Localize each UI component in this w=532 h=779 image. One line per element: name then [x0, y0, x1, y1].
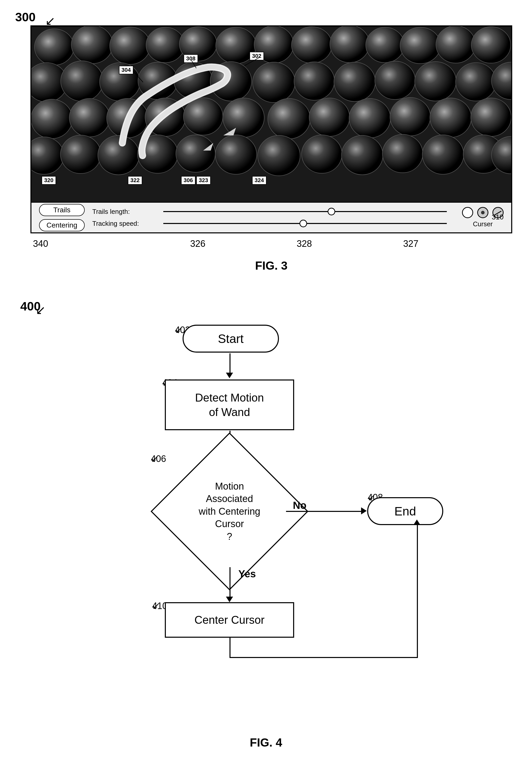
svg-point-28: [69, 99, 110, 137]
svg-point-43: [176, 135, 215, 172]
arrowhead-center-up: [413, 520, 420, 525]
svg-point-9: [330, 26, 369, 63]
trails-length-label: Trails length:: [92, 208, 158, 216]
ref-306: 306: [181, 176, 196, 185]
end-node: End: [367, 497, 443, 525]
tracking-speed-row: Tracking speed:: [92, 220, 447, 228]
svg-point-25: [456, 63, 496, 101]
svg-point-46: [302, 135, 342, 173]
arrowhead-no: [361, 507, 367, 515]
ref-304: 304: [119, 66, 133, 74]
detect-node: Detect Motion of Wand: [165, 379, 294, 430]
tracking-speed-thumb[interactable]: [300, 220, 307, 227]
ref-324: 324: [252, 176, 267, 185]
cursor-icon-empty[interactable]: [462, 207, 473, 218]
fig4-arrow: ↙: [36, 303, 46, 317]
svg-point-13: [471, 26, 511, 63]
svg-point-38: [471, 98, 511, 136]
svg-point-36: [390, 98, 430, 136]
trails-length-row: Trails length:: [92, 208, 447, 216]
ref-320: 320: [42, 176, 56, 185]
fig3-frame: 302 304 308 320 322 306 323 324 Trails C…: [30, 25, 512, 233]
trails-length-slider[interactable]: [163, 211, 447, 212]
ref-310: 310: [492, 213, 504, 221]
svg-point-49: [422, 135, 464, 174]
svg-point-41: [98, 135, 139, 175]
start-node: Start: [183, 325, 279, 353]
centering-button[interactable]: Centering: [39, 219, 85, 231]
svg-point-20: [253, 62, 295, 103]
svg-point-48: [382, 134, 423, 173]
svg-point-35: [349, 99, 391, 138]
arrow-center-right: [229, 657, 418, 658]
center-cursor-node: Center Cursor: [165, 602, 294, 638]
ref-323: 323: [196, 176, 211, 185]
svg-point-27: [31, 99, 72, 138]
arrow-center-down: [229, 638, 230, 658]
arrow-center-up: [417, 525, 418, 658]
svg-point-22: [334, 62, 375, 102]
svg-point-8: [291, 26, 332, 63]
tracking-speed-label: Tracking speed:: [92, 220, 158, 228]
control-bar: Trails Centering Trails length: Tracking…: [31, 202, 511, 232]
svg-point-40: [61, 135, 101, 174]
trails-button[interactable]: Trails: [39, 204, 85, 216]
control-col-left: Trails Centering: [39, 204, 85, 231]
ref-308: 308: [184, 54, 198, 63]
svg-point-4: [146, 27, 184, 62]
ref-402-label: 402↙: [175, 325, 183, 335]
svg-point-1: [35, 29, 74, 65]
svg-point-32: [223, 98, 264, 137]
cursor-label: Curser: [473, 220, 493, 228]
control-sliders: Trails length: Tracking speed:: [92, 208, 447, 228]
fig3-ref-300: 300: [15, 10, 36, 24]
trails-length-thumb[interactable]: [328, 208, 335, 215]
ref-410-label: 410↙: [152, 601, 160, 611]
svg-point-10: [365, 27, 404, 62]
arrow-start-detect: [229, 353, 230, 374]
label-326: 326: [190, 238, 205, 249]
tracking-speed-slider[interactable]: [163, 223, 447, 224]
svg-point-34: [309, 98, 349, 136]
svg-point-31: [183, 98, 223, 135]
svg-point-24: [415, 62, 456, 101]
svg-point-47: [342, 135, 383, 175]
svg-point-45: [258, 135, 300, 176]
blobs-background: [31, 26, 511, 204]
cursor-icon-dot[interactable]: [477, 207, 488, 218]
fig3-below-labels: 340 326 328 327: [30, 238, 512, 249]
label-327: 327: [403, 238, 418, 249]
diamond-node: Motion Associated with Centering Cursor …: [174, 456, 285, 567]
label-340: 340: [33, 238, 48, 249]
svg-point-33: [268, 99, 310, 139]
svg-point-2: [71, 26, 113, 64]
ref-406-label: 406↙: [151, 454, 158, 464]
arrowhead-yes: [226, 597, 233, 602]
svg-point-12: [436, 26, 475, 63]
label-no: No: [293, 500, 306, 511]
svg-point-23: [375, 61, 415, 100]
svg-point-3: [110, 27, 150, 64]
arrowhead-start-detect: [226, 373, 233, 378]
ref-322: 322: [128, 176, 142, 185]
svg-point-15: [61, 61, 103, 101]
fig4-caption: FIG. 4: [0, 736, 532, 749]
svg-point-37: [430, 98, 471, 137]
svg-point-21: [294, 62, 334, 100]
svg-point-11: [400, 27, 441, 63]
label-yes: Yes: [238, 568, 256, 580]
fig3-caption: FIG. 3: [30, 259, 512, 273]
svg-point-44: [215, 135, 257, 174]
ref-302: 302: [250, 52, 264, 60]
label-328: 328: [297, 238, 312, 249]
arrow-yes-vert: [229, 567, 230, 598]
